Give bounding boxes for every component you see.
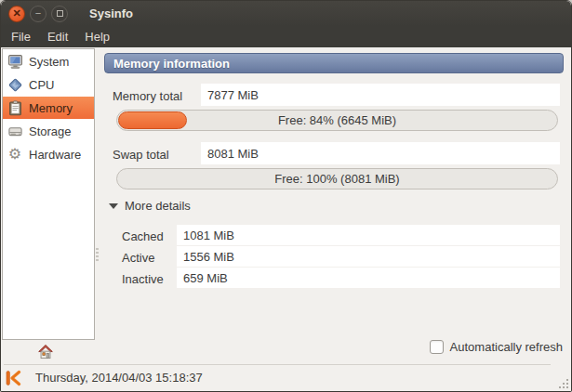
memory-panel: Memory information Memory total 7877 MiB… [97,47,571,366]
more-details-expander[interactable]: More details [109,199,191,213]
swap-total-value: 8081 MiB [201,142,560,164]
inactive-value: 659 MiB [177,268,560,288]
window-title: Sysinfo [89,7,133,20]
sidebar-item-label: System [29,55,69,69]
home-button[interactable] [34,341,57,361]
memory-free-text: Free: 84% (6645 MiB) [117,111,557,130]
close-icon: ✕ [12,8,20,19]
expander-arrow-icon [109,203,118,209]
active-value: 1556 MiB [177,246,560,267]
storage-icon [7,123,23,139]
expander-label: More details [125,199,191,213]
sidebar-item-system[interactable]: System [3,50,94,72]
menu-bar: File Edit Help [1,26,571,47]
sidebar-item-label: Hardware [29,148,81,162]
swap-free-text: Free: 100% (8081 MiB) [117,169,557,189]
menu-edit[interactable]: Edit [39,27,76,46]
sidebar-item-storage[interactable]: Storage [3,120,94,142]
maximize-button[interactable] [51,6,68,22]
menu-help[interactable]: Help [76,27,118,46]
title-bar[interactable]: ✕ − Sysinfo [1,1,571,26]
resize-grip[interactable] [557,377,568,388]
sidebar-item-label: Memory [29,101,73,115]
sidebar-item-label: Storage [29,124,72,138]
sidebar-item-memory[interactable]: Memory [3,97,94,119]
content-area: System CPU [1,47,571,366]
close-button[interactable]: ✕ [8,6,25,22]
cached-value: 1081 MiB [177,225,560,245]
sysinfo-window: ✕ − Sysinfo File Edit Help [0,0,572,392]
hardware-icon: ⚙ [7,146,23,163]
minimize-button[interactable]: − [30,6,47,22]
swap-free-progressbar: Free: 100% (8081 MiB) [116,168,558,189]
cached-label: Cached [122,229,164,243]
computer-icon [7,53,23,70]
maximize-icon [57,10,63,17]
cpu-icon [7,76,23,93]
auto-refresh-label: Automatically refresh [450,340,563,354]
gear-icon: ⚙ [8,147,21,162]
sidebar-item-cpu[interactable]: CPU [3,73,94,96]
swap-total-label: Swap total [113,148,169,162]
menu-file[interactable]: File [3,27,39,46]
memory-free-progressbar: Free: 84% (6645 MiB) [116,110,558,131]
minimize-icon: − [35,8,41,19]
auto-refresh-checkbox[interactable] [430,340,444,354]
status-bar: Thursday, 2014/04/03 15:18:37 [1,364,571,391]
sidebar-item-hardware[interactable]: ⚙ Hardware [3,143,94,165]
sidebar-item-label: CPU [29,78,54,92]
memory-icon [7,99,23,116]
status-datetime: Thursday, 2014/04/03 15:18:37 [35,364,203,391]
sysinfo-logo-icon [6,370,21,390]
panel-title: Memory information [113,57,230,71]
memory-total-value: 7877 MiB [201,84,560,106]
inactive-label: Inactive [122,272,164,286]
home-icon [37,344,54,359]
memory-total-label: Memory total [113,89,182,103]
auto-refresh-row: Automatically refresh [430,340,563,354]
active-label: Active [122,251,154,265]
panel-header: Memory information [104,53,564,73]
category-sidebar: System CPU [2,48,95,340]
